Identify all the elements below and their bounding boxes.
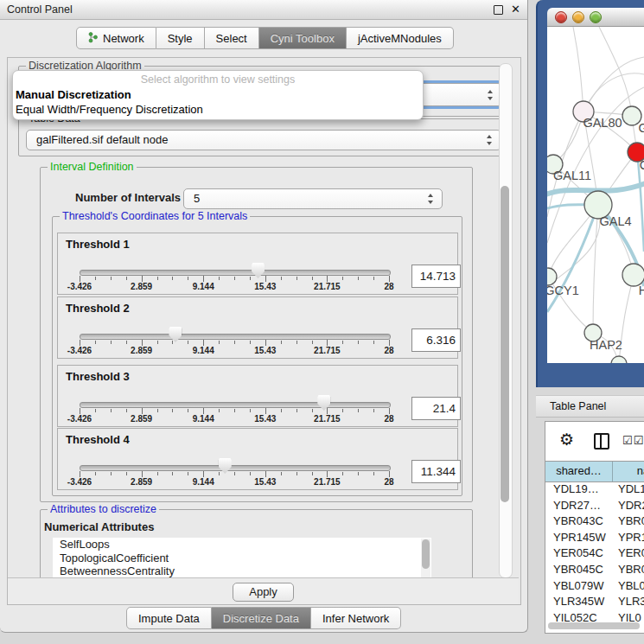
slider-scale-labels: -3.4262.8599.14415.4321.71528: [80, 346, 389, 356]
thresholds-group-title: Threshold's Coordinates for 5 Intervals: [60, 210, 250, 222]
cell-name[interactable]: YLR3: [614, 594, 644, 610]
cell-shared-name[interactable]: YBR043C: [545, 513, 614, 530]
attributes-scrollbar[interactable]: [421, 539, 430, 577]
cell-shared-name[interactable]: YDR27…: [545, 498, 614, 514]
zoom-traffic-light-icon[interactable]: [590, 11, 602, 23]
minimize-traffic-light-icon[interactable]: [572, 11, 584, 23]
network-window-titlebar[interactable]: [547, 8, 644, 27]
attributes-group: Attributes to discretize Numerical Attri…: [40, 509, 473, 582]
table-row[interactable]: YBL079WYBL0: [545, 578, 644, 595]
popup-item-equal-width-frequency[interactable]: Equal Width/Frequency Discretization: [16, 103, 203, 116]
network-node-partial[interactable]: [611, 356, 627, 363]
tab-infer-network[interactable]: Infer Network: [311, 607, 401, 629]
tab-network[interactable]: Network: [76, 27, 156, 49]
tab-discretize-data[interactable]: Discretize Data: [212, 607, 311, 629]
panel-scrollbar[interactable]: [499, 63, 513, 578]
threshold-row-2: Threshold 2-3.4262.8599.14415.4321.71528…: [57, 296, 458, 359]
numerical-attributes-list[interactable]: SelfLoopsTopologicalCoefficientBetweenne…: [53, 538, 431, 578]
tab-jactivemnodules[interactable]: jActiveMNodules: [347, 27, 454, 49]
table-horizontal-scrollbar[interactable]: [548, 622, 640, 629]
gear-icon[interactable]: ⚙: [559, 430, 574, 450]
table-row[interactable]: YBR045CYBR0: [545, 562, 644, 578]
interval-definition-group: Interval Definition Number of Intervals …: [40, 167, 473, 502]
threshold-value-field[interactable]: 21.4: [411, 397, 461, 420]
combo-arrows-icon: [488, 90, 494, 100]
select-columns-icon[interactable]: ☑☑: [622, 434, 644, 447]
threshold-label: Threshold 4: [66, 433, 130, 446]
attributes-scrollbar-thumb[interactable]: [422, 539, 430, 569]
table-row[interactable]: YER054CYER0: [545, 545, 644, 562]
tab-style[interactable]: Style: [156, 27, 205, 49]
table-row[interactable]: YPR145WYPR1: [545, 530, 644, 546]
split-columns-icon[interactable]: [594, 433, 609, 450]
cell-name[interactable]: YDR2: [614, 498, 644, 514]
cell-name[interactable]: YBR0: [614, 513, 644, 530]
close-traffic-light-icon[interactable]: [555, 11, 567, 23]
cell-name[interactable]: YBL0: [614, 578, 644, 595]
slider-track[interactable]: [80, 465, 391, 471]
threshold-row-3: Threshold 3-3.4262.8599.14415.4321.71528…: [57, 365, 458, 427]
control-panel-window: Control Panel ✕ NetworkStyleSelectCyni T…: [0, 0, 528, 633]
numerical-attributes-label: Numerical Attributes: [44, 520, 154, 533]
popup-item-manual-discretization[interactable]: Manual Discretization: [16, 88, 131, 101]
panel-scrollbar-thumb[interactable]: [501, 186, 509, 502]
node-label: H: [639, 284, 644, 297]
cell-name[interactable]: YDL1: [614, 481, 644, 498]
tab-label: Network: [103, 32, 144, 45]
threshold-value-field[interactable]: 14.713: [411, 265, 461, 288]
thresholds-group: Threshold's Coordinates for 5 Intervals …: [52, 216, 462, 496]
tab-label: Impute Data: [138, 612, 200, 625]
threshold-value-field[interactable]: 6.316: [411, 328, 461, 352]
cell-name[interactable]: YER0: [614, 545, 644, 562]
threshold-label: Threshold 2: [66, 302, 130, 315]
slider-track[interactable]: [80, 402, 391, 408]
network-canvas[interactable]: GAL80GACGAL11GAL4GCY1HHAP2: [547, 27, 644, 363]
column-header-shared-name[interactable]: shared…: [545, 462, 613, 481]
slider-scale-labels: -3.4262.8599.14415.4321.71528: [80, 477, 389, 488]
number-of-intervals-select[interactable]: 5: [183, 188, 443, 209]
tab-label: Style: [168, 32, 193, 45]
node-label: GAL4: [599, 214, 631, 228]
cell-shared-name[interactable]: YLR345W: [545, 594, 614, 610]
network-icon: [88, 31, 98, 46]
slider-track[interactable]: [80, 334, 391, 340]
cell-name[interactable]: YPR1: [614, 530, 644, 546]
float-window-icon[interactable]: [494, 5, 503, 15]
cell-shared-name[interactable]: YPR145W: [545, 530, 614, 546]
table-row[interactable]: YDL19…YDL1: [545, 481, 644, 498]
top-tab-bar: NetworkStyleSelectCyni ToolboxjActiveMNo…: [76, 27, 454, 48]
table-toolbar: ⚙ ☑☑: [545, 422, 644, 461]
apply-strip: Apply: [8, 577, 519, 604]
table-row[interactable]: YBR043CYBR0: [545, 513, 644, 530]
attribute-item-topologicalcoefficient[interactable]: TopologicalCoefficient: [53, 552, 431, 565]
table-horizontal-scrollbar-thumb[interactable]: [548, 622, 640, 629]
cell-shared-name[interactable]: YER054C: [545, 545, 614, 562]
slider-scale-labels: -3.4262.8599.14415.4321.71528: [80, 282, 389, 292]
threshold-label: Threshold 1: [66, 238, 130, 251]
threshold-row-1: Threshold 1-3.4262.8599.14415.4321.71528…: [57, 233, 458, 295]
cell-shared-name[interactable]: YBL079W: [545, 578, 614, 595]
table-row[interactable]: YDR27…YDR2: [545, 498, 644, 514]
threshold-value-field[interactable]: 11.344: [411, 460, 461, 483]
threshold-row-4: Threshold 4-3.4262.8599.14415.4321.71528…: [57, 428, 458, 490]
cell-shared-name[interactable]: YBR045C: [545, 562, 614, 578]
tab-label: Infer Network: [322, 612, 389, 625]
number-of-intervals-value: 5: [194, 189, 200, 208]
tab-label: jActiveMNodules: [358, 32, 442, 45]
slider-track[interactable]: [80, 270, 391, 276]
cell-name[interactable]: YBR0: [614, 562, 644, 578]
tab-select[interactable]: Select: [205, 27, 259, 49]
apply-button[interactable]: Apply: [233, 583, 294, 602]
table-data-select[interactable]: galFiltered.sif default node: [26, 130, 501, 150]
network-node-gcy1[interactable]: [547, 268, 557, 285]
slider-scale-labels: -3.4262.8599.14415.4321.71528: [80, 414, 389, 424]
attribute-item-selfloops[interactable]: SelfLoops: [53, 538, 431, 552]
cell-shared-name[interactable]: YDL19…: [545, 481, 614, 498]
column-header-name[interactable]: na: [613, 462, 644, 481]
tab-cyni-toolbox[interactable]: Cyni Toolbox: [259, 27, 347, 49]
close-icon[interactable]: ✕: [511, 2, 520, 17]
tab-impute-data[interactable]: Impute Data: [126, 607, 212, 629]
attribute-item-betweennesscentrality[interactable]: BetweennessCentrality: [53, 564, 431, 578]
node-table-panel: ⚙ ☑☑ shared… na YDL19…YDL1YDR27…YDR2YBR0…: [545, 421, 644, 634]
table-row[interactable]: YLR345WYLR3: [545, 594, 644, 610]
